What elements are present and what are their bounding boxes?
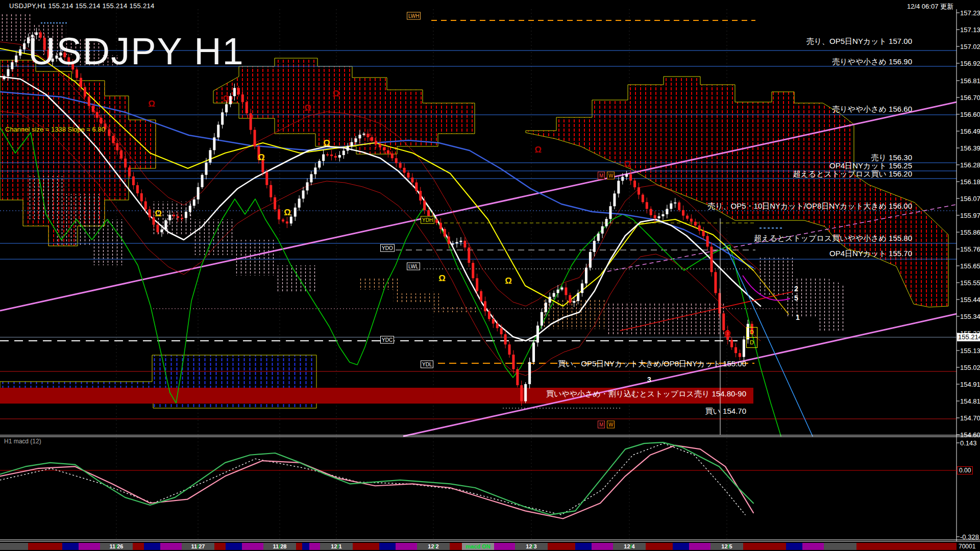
date-label-segment: 11/28 [263, 543, 296, 550]
price-axis-label: 156.390 [960, 144, 980, 152]
macd-toggle[interactable]: macd ON [462, 543, 494, 550]
marker-box-m: M [598, 172, 605, 180]
session-color-segment [79, 543, 100, 550]
marker-box-w: W [607, 172, 615, 180]
ichimoku-cloud-red [213, 58, 475, 154]
price-axis-label: 154.600 [960, 431, 980, 439]
session-color-segment [214, 543, 226, 550]
marker-box-w: W [607, 421, 615, 429]
channel-info-label: Channel size = 1338 Slope = 6.80 [5, 126, 105, 133]
omega-signal-marker: Ω [323, 138, 330, 148]
session-color-segment [592, 543, 613, 550]
session-color-segment [786, 543, 802, 550]
macd-indicator-title: H1 macd (12) [4, 438, 41, 445]
session-color-segment [226, 543, 242, 550]
price-axis-label: 157.235 [960, 9, 980, 17]
omega-signal-marker: Ω [438, 273, 446, 284]
session-color-segment [689, 543, 710, 550]
date-label-segment: 12/1 [320, 543, 353, 550]
macd-axis-label: -0.328 [960, 533, 979, 541]
ichimoku-cloud-pdot [605, 303, 725, 334]
session-color-segment [824, 543, 856, 550]
omega-signal-marker: Ω [258, 153, 265, 163]
buy-level-annotation: 買い 154.70 [705, 407, 746, 416]
session-color-segment [379, 543, 396, 550]
sell-level-annotation: 売りやや小さめ 156.90 [832, 57, 912, 67]
buy-level-annotation: 買いやや小さめ・割り込むとストップロス売り 154.80-90 [546, 389, 746, 399]
daily-pivot-box: DD [746, 327, 757, 348]
ichimoku-cloud-wdot [756, 258, 846, 331]
session-color-segment [309, 543, 320, 550]
omega-signal-marker: Ω [534, 145, 542, 155]
price-axis-label: 155.865 [960, 229, 980, 236]
symbol-watermark: USDJPY H1 [28, 30, 244, 73]
time-axis-bar[interactable]: 11/2611/2711/2812/112/2macd ON12/312/412… [0, 542, 980, 551]
sell-level-annotation: 売り、OP5日NYカット 157.00 [806, 37, 912, 46]
session-color-segment [856, 543, 957, 550]
omega-signal-marker: Ω [304, 103, 311, 113]
current-price-tag: 155.214 [957, 333, 980, 341]
price-axis-label: 156.495 [960, 128, 980, 135]
session-color-segment [743, 543, 786, 550]
price-axis-label: 154.705 [960, 414, 980, 422]
session-color-segment [160, 543, 182, 550]
price-axis-label: 155.130 [960, 347, 980, 355]
line-endpoint-label: 1 [796, 313, 800, 321]
session-color-segment [646, 543, 673, 550]
session-color-segment [353, 543, 379, 550]
price-axis-label: 154.915 [960, 381, 980, 388]
marker-box-ydl: YDL [421, 361, 433, 368]
price-axis-label: 157.025 [960, 43, 980, 51]
session-color-segment [396, 543, 417, 550]
macd-axis-label: 0.143 [960, 439, 977, 447]
price-axis-label: 155.340 [960, 313, 980, 320]
price-axis-label: 157.130 [960, 26, 980, 34]
macd-zero-tag: 0.00 [957, 466, 973, 474]
marker-box-lwh: LWH [407, 12, 421, 20]
line-endpoint-label: 2 [794, 285, 798, 293]
omega-signal-marker: Ω [624, 159, 631, 169]
update-timestamp: 12/4 06:07 更新 [907, 2, 953, 11]
price-axis-label: 156.705 [960, 94, 980, 102]
price-axis-label: 156.285 [960, 161, 980, 169]
session-color-segment [28, 543, 62, 550]
macd-main-line [0, 442, 753, 515]
marker-box-lwl: LWL [407, 263, 420, 270]
marker-box-m: M [598, 421, 605, 429]
buy-level-annotation: 買い、OP5日NYカット大きめ/OP8日NYカット 155.00 [558, 359, 746, 369]
session-color-segment [62, 543, 79, 550]
sell-level-annotation: 売りやや小さめ 156.60 [832, 105, 912, 114]
session-color-segment [296, 543, 302, 550]
price-axis-label: 155.445 [960, 296, 980, 304]
session-color-segment [673, 543, 689, 550]
session-color-segment [802, 543, 824, 550]
line-endpoint-label: 5 [794, 294, 798, 302]
omega-signal-marker: Ω [148, 99, 155, 109]
price-axis-label: 156.075 [960, 195, 980, 203]
date-label-segment: 11/27 [182, 543, 214, 550]
session-color-segment [450, 543, 462, 550]
date-label-segment: 11/26 [100, 543, 133, 550]
price-axis-label: 154.810 [960, 397, 980, 405]
omega-signal-marker: Ω [223, 94, 230, 104]
price-axis-label: 156.180 [960, 178, 980, 186]
session-color-segment [302, 543, 309, 550]
chart-canvas[interactable] [0, 0, 980, 551]
date-label-segment: 12/3 [515, 543, 548, 550]
price-axis-label: 156.600 [960, 111, 980, 118]
omega-signal-marker: Ω [332, 89, 339, 99]
trading-chart-window: USDJPY H1 USDJPY,H1 155.214 155.214 155.… [0, 0, 980, 551]
marker-box-ydo: YDO [380, 244, 395, 252]
omega-signal-marker: Ω [724, 329, 731, 339]
omega-signal-marker: Ω [505, 276, 512, 286]
marker-box-ydh: YDH [421, 216, 434, 224]
marker-box-ydc: YDC [380, 336, 394, 344]
symbol-quote-info: USDJPY,H1 155.214 155.214 155.214 155.21… [9, 2, 155, 10]
date-label-segment: 12/2 [417, 543, 450, 550]
macd-avg-line [0, 443, 745, 515]
date-label-segment: 12/5 [710, 543, 743, 550]
omega-signal-marker: Ω [284, 208, 291, 218]
date-label-segment: 12/4 [613, 543, 646, 550]
sell-level-annotation: OP4日NYカット 155.70 [829, 249, 912, 259]
price-axis-label: 156.920 [960, 60, 980, 67]
